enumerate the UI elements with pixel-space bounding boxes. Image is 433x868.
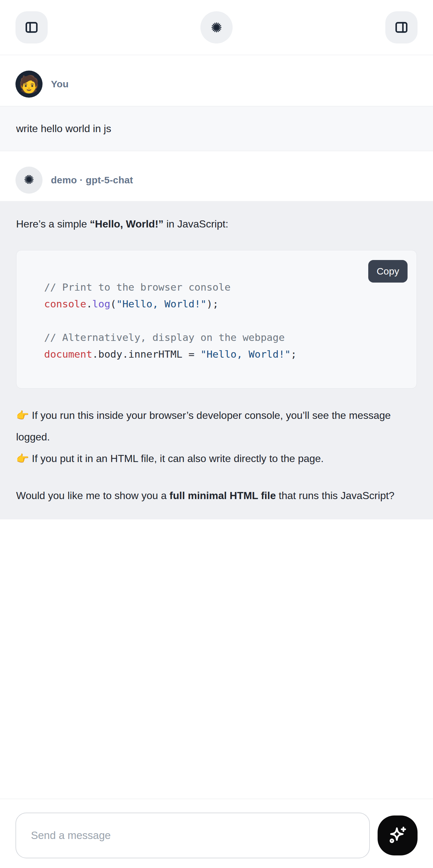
closing-bold: full minimal HTML file: [169, 490, 276, 501]
closing-prefix: Would you like me to show you a: [16, 490, 169, 501]
composer-bar: [0, 799, 433, 868]
note-line: 👉 If you run this inside your browser’s …: [16, 405, 417, 448]
copy-button[interactable]: Copy: [368, 260, 407, 283]
assistant-notes: 👉 If you run this inside your browser’s …: [16, 405, 417, 469]
assistant-avatar: [16, 166, 42, 194]
chat-app: 🧑 You write hello world in js: [0, 0, 433, 868]
assistant-closing-paragraph: Would you like me to show you a full min…: [16, 485, 417, 506]
code-line: console.log("Hello, World!");: [44, 296, 404, 312]
assistant-sender-name: demo · gpt-5-chat: [51, 175, 133, 186]
model-button[interactable]: [200, 11, 233, 43]
code-content: // Print to the browser consoleconsole.l…: [17, 250, 416, 388]
message-input[interactable]: [16, 813, 370, 858]
sparkle-plus-icon: [387, 825, 408, 847]
top-bar: [0, 0, 433, 55]
note-line: 👉 If you put it in an HTML file, it can …: [16, 448, 417, 469]
person-emoji-icon: 🧑: [19, 76, 40, 92]
assistant-sender-row: demo · gpt-5-chat: [0, 151, 433, 201]
user-avatar: 🧑: [16, 70, 42, 98]
user-message: write hello world in js: [0, 106, 433, 151]
panel-right-icon: [394, 20, 409, 35]
user-sender-name: You: [51, 79, 69, 90]
sidebar-toggle-button[interactable]: [16, 11, 48, 43]
code-line: [44, 312, 404, 329]
panel-left-icon: [24, 20, 39, 35]
code-line: // Print to the browser console: [44, 279, 404, 296]
send-button[interactable]: [378, 815, 417, 856]
right-panel-toggle-button[interactable]: [385, 11, 417, 43]
starburst-icon: [209, 20, 224, 35]
intro-bold: “Hello, World!”: [90, 218, 164, 230]
empty-scroll-area: [0, 519, 433, 799]
code-block: Copy // Print to the browser consolecons…: [16, 250, 417, 389]
closing-suffix: that runs this JavaScript?: [276, 490, 394, 501]
user-message-text: write hello world in js: [16, 123, 111, 135]
user-sender-row: 🧑 You: [0, 55, 433, 106]
intro-suffix: in JavaScript:: [164, 218, 228, 230]
intro-prefix: Here’s a simple: [16, 218, 90, 230]
code-line: // Alternatively, display on the webpage: [44, 329, 404, 346]
assistant-intro-paragraph: Here’s a simple “Hello, World!” in JavaS…: [16, 213, 417, 235]
assistant-message: Here’s a simple “Hello, World!” in JavaS…: [0, 201, 433, 519]
code-line: document.body.innerHTML = "Hello, World!…: [44, 346, 404, 363]
conversation: 🧑 You write hello world in js: [0, 55, 433, 799]
starburst-icon: [22, 173, 36, 188]
